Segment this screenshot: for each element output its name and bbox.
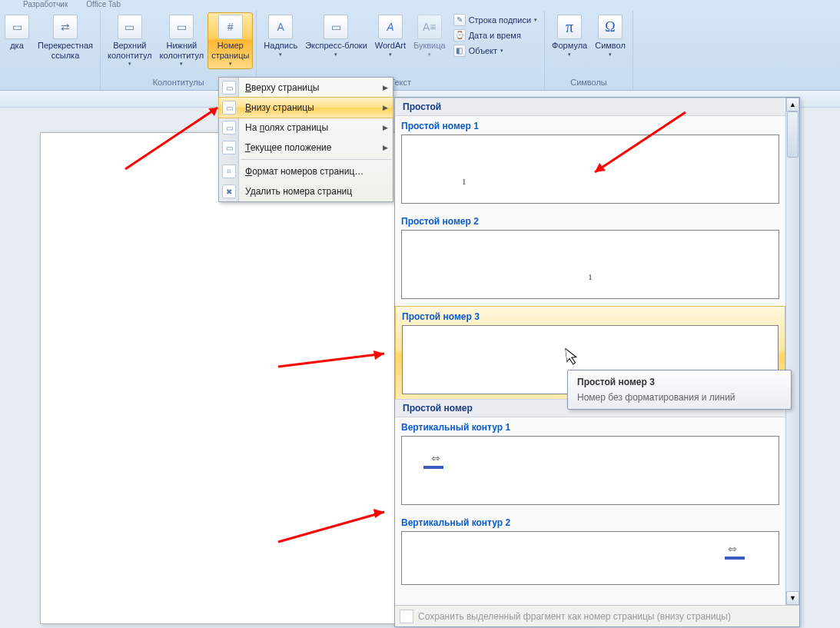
dropdown-icon: ▾ <box>128 61 131 67</box>
page-top-icon: ▭ <box>222 81 236 95</box>
quickparts-icon: ▭ <box>324 15 348 39</box>
footer-icon: ▭ <box>169 15 194 39</box>
btn-object-label: Объект <box>469 46 497 56</box>
gallery-preview: ⇔ <box>401 531 779 585</box>
menu-format-numbers[interactable]: ⌗ Формат номеров страниц… <box>219 161 393 181</box>
tab-developer[interactable]: Разработчик <box>23 0 68 11</box>
btn-datetime[interactable]: ⌚ Дата и время <box>450 28 541 43</box>
object-icon: ◧ <box>453 45 466 57</box>
btn-signature-line-label: Строка подписи <box>469 15 531 25</box>
page-margins-icon: ▭ <box>222 121 236 135</box>
preview-number: 1 <box>588 272 593 281</box>
menu-current-position[interactable]: ▭ Текущее положение ▶ <box>219 138 393 158</box>
page-bottom-icon: ▭ <box>222 101 236 115</box>
dropdown-icon: ▾ <box>279 52 282 58</box>
btn-dropcap[interactable]: A≡ Буквица ▾ <box>410 12 450 60</box>
page-icon: ▭ <box>5 15 29 39</box>
pi-icon: π <box>557 15 582 39</box>
pagenum-icon: # <box>218 15 243 39</box>
tooltip-body: Номер без форматирования и линий <box>577 392 782 403</box>
submenu-arrow-icon: ▶ <box>383 84 388 91</box>
submenu-arrow-icon: ▶ <box>383 104 388 111</box>
datetime-icon: ⌚ <box>453 29 466 42</box>
dropdown-icon: ▾ <box>229 61 232 67</box>
btn-symbol[interactable]: Ω Символ ▾ <box>591 12 629 60</box>
dropdown-icon: ▾ <box>389 52 392 58</box>
page-icon: ⇄ <box>53 15 78 39</box>
format-icon: ⌗ <box>222 164 236 178</box>
btn-quick-parts[interactable]: ▭ Экспресс-блоки ▾ <box>301 12 371 60</box>
btn-textbox[interactable]: A Надпись ▾ <box>260 12 301 60</box>
scroll-down-button[interactable]: ▼ <box>786 591 799 605</box>
signature-icon: ✎ <box>453 14 466 26</box>
page-number-gallery: Простой Простой номер 1 1 Простой номер … <box>394 97 800 627</box>
btn-quick-parts-label: Экспресс-блоки <box>305 41 367 51</box>
gallery-item[interactable]: Простой номер 1 1 <box>395 116 785 204</box>
dropdown-icon: ▾ <box>334 52 337 58</box>
remove-icon: ✖ <box>222 184 236 198</box>
btn-footer-label: Нижний колонтитул <box>160 41 204 60</box>
textbox-icon: A <box>268 15 293 39</box>
menu-bottom-of-page[interactable]: ▭ Внизу страницы ▶ <box>218 97 393 118</box>
ribbon: Разработчик Office Tab ▭ дка ⇄ Перекрест… <box>0 0 840 91</box>
btn-page-number-label: Номер страницы <box>211 41 249 60</box>
btn-header-label: Верхний колонтитул <box>108 41 152 60</box>
dropdown-icon: ▾ <box>500 48 503 54</box>
omega-icon: Ω <box>598 15 623 39</box>
btn-header[interactable]: ▭ Верхний колонтитул ▾ <box>104 12 156 69</box>
scroll-thumb[interactable] <box>787 111 798 158</box>
btn-equation[interactable]: π Формула ▾ <box>548 12 591 60</box>
btn-symbol-label: Символ <box>595 41 626 51</box>
gallery-item[interactable]: Вертикальный контур 2 ⇔ <box>395 513 785 585</box>
gallery-item-title: Простой номер 1 <box>395 116 785 135</box>
ribbon-group-links: ▭ дка ⇄ Перекрестная ссылка <box>0 11 101 90</box>
btn-equation-label: Формула <box>552 41 587 51</box>
page-number-menu: ▭ Вверху страницы ▶ ▭ Внизу страницы ▶ ▭… <box>218 77 393 202</box>
ribbon-group-symbols: π Формула ▾ Ω Символ ▾ Символы <box>545 11 633 90</box>
btn-object[interactable]: ◧ Объект ▾ <box>450 43 541 58</box>
gallery-preview: 1 <box>401 230 779 299</box>
menu-page-margins[interactable]: ▭ На полях страницы ▶ <box>219 118 393 138</box>
gallery-footer-label: Сохранить выделенный фрагмент как номер … <box>418 611 731 622</box>
gallery-item-title: Вертикальный контур 2 <box>395 513 785 531</box>
btn-cross-reference-label: Перекрестная ссылка <box>38 41 93 60</box>
btn-textbox-label: Надпись <box>264 41 297 51</box>
menu-separator <box>241 159 391 160</box>
submenu-arrow-icon: ▶ <box>383 124 388 131</box>
gallery-item-title: Вертикальный контур 1 <box>395 417 785 436</box>
header-icon: ▭ <box>118 15 142 39</box>
gallery-item[interactable]: Вертикальный контур 1 ⇔ <box>395 417 785 505</box>
dropdown-icon: ▾ <box>180 61 183 67</box>
submenu-arrow-icon: ▶ <box>383 144 388 151</box>
gallery-section-simple: Простой <box>395 98 785 116</box>
btn-signature-line[interactable]: ✎ Строка подписи ▾ <box>450 12 541 28</box>
menu-remove-numbers-label: Удалить номера страниц <box>245 186 352 197</box>
group-label-symbols: Символы <box>548 76 629 90</box>
btn-table-ref[interactable]: ▭ дка <box>0 12 34 53</box>
cursor-pos-icon: ▭ <box>222 141 236 155</box>
dropdown-icon: ▾ <box>568 52 571 58</box>
btn-dropcap-label: Буквица <box>413 41 446 51</box>
btn-footer[interactable]: ▭ Нижний колонтитул ▾ <box>156 12 208 69</box>
save-fragment-icon <box>400 610 413 623</box>
dropdown-icon: ▾ <box>428 52 431 58</box>
preview-number: 1 <box>462 177 466 186</box>
gallery-item-title: Простой номер 3 <box>396 307 785 325</box>
btn-page-number[interactable]: # Номер страницы ▾ <box>208 12 253 69</box>
btn-table-ref-label: дка <box>10 41 24 51</box>
gallery-scrollbar[interactable]: ▲ ▼ <box>785 98 799 605</box>
gallery-item-title: Простой номер 2 <box>395 211 785 230</box>
menu-top-of-page[interactable]: ▭ Вверху страницы ▶ <box>219 78 393 98</box>
scroll-up-button[interactable]: ▲ <box>786 98 799 111</box>
dropdown-icon: ▾ <box>609 52 612 58</box>
tab-officetab[interactable]: Office Tab <box>86 0 121 11</box>
gallery-item[interactable]: Простой номер 2 1 <box>395 211 785 299</box>
btn-wordart[interactable]: A WordArt ▾ <box>371 12 410 60</box>
gallery-preview: ⇔ <box>401 436 779 505</box>
btn-datetime-label: Дата и время <box>469 31 521 41</box>
menu-remove-numbers[interactable]: ✖ Удалить номера страниц <box>219 181 393 201</box>
gallery-footer[interactable]: Сохранить выделенный фрагмент как номер … <box>395 605 799 626</box>
ribbon-tabbar: Разработчик Office Tab <box>0 0 840 11</box>
wordart-icon: A <box>378 15 403 39</box>
btn-cross-reference[interactable]: ⇄ Перекрестная ссылка <box>34 12 97 62</box>
